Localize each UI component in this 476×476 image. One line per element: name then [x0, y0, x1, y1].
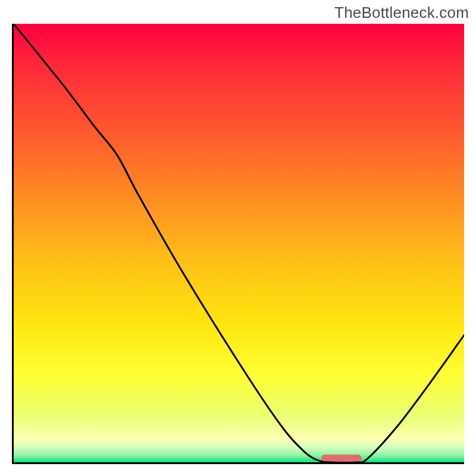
series-layer [14, 24, 464, 462]
chart-root: TheBottleneck.com [0, 0, 476, 476]
watermark-label: TheBottleneck.com [334, 4, 469, 22]
plot-area [12, 24, 464, 464]
bottleneck-curve [14, 24, 464, 462]
